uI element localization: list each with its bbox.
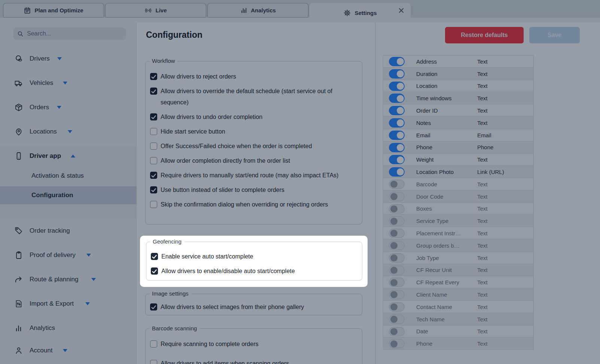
checkbox-row: Enable service auto start/complete [151,251,357,262]
checkbox[interactable] [151,253,158,260]
checkbox-row: Allow drivers to enable/disable auto sta… [151,266,357,277]
checkbox-label: Enable service auto start/complete [161,251,253,262]
geofencing-section: Geofencing Enable service auto start/com… [146,242,362,281]
checkbox-label: Allow drivers to enable/disable auto sta… [161,266,295,277]
tour-dim-overlay [0,0,600,364]
section-legend: Geofencing [150,238,184,245]
geofencing-highlight: Geofencing Enable service auto start/com… [140,236,368,287]
checkbox[interactable] [151,267,158,275]
